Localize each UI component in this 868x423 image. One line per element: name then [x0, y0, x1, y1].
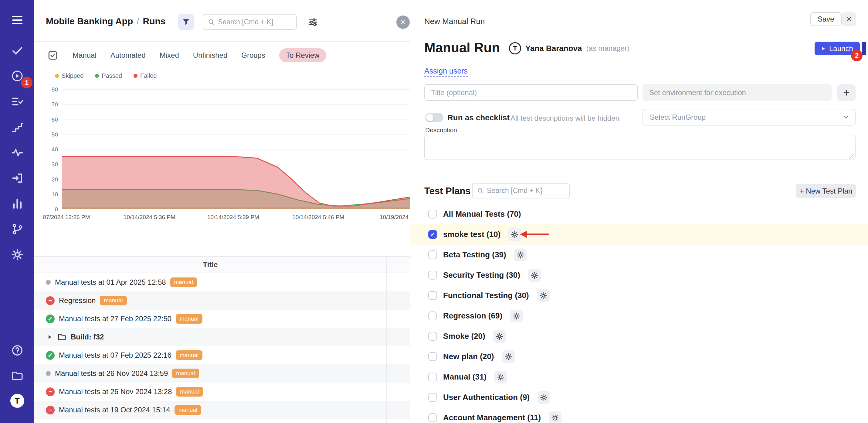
plan-checkbox[interactable] — [428, 291, 437, 300]
tab-manual[interactable]: Manual — [72, 51, 96, 60]
test-runs-list-icon[interactable] — [10, 94, 25, 109]
gear-icon — [517, 251, 524, 259]
plan-label: Security Testing (30) — [443, 271, 520, 280]
test-plan-row[interactable]: Security Testing (30) — [410, 265, 868, 285]
reports-chart-icon[interactable] — [10, 196, 25, 211]
runs-search-input[interactable] — [218, 18, 292, 26]
gear-icon — [497, 373, 505, 381]
expand-caret-icon[interactable] — [46, 333, 53, 341]
runs-area-chart: 0102030405060708007/2024 12:26 PM10/14/2… — [34, 84, 410, 224]
launch-more-button[interactable] — [862, 41, 866, 55]
plan-checkbox[interactable] — [428, 271, 437, 280]
run-type-badge: manual — [176, 387, 203, 397]
plan-checkbox[interactable] — [428, 250, 437, 259]
run-row[interactable]: Manual tests at 26 Nov 2024 13:28 manual — [34, 383, 410, 401]
tab-to-review[interactable]: To Review — [279, 48, 326, 62]
run-row[interactable]: Manual tests at 01 Apr 2025 12:58 manual — [34, 273, 410, 291]
git-branch-icon[interactable] — [10, 222, 25, 236]
test-plan-row[interactable]: Functional Testing (30) — [410, 285, 868, 306]
run-row[interactable]: Manual tests at 27 Feb 2025 22:50 manual — [34, 310, 410, 328]
rungroup-select[interactable]: Select RunGroup — [643, 109, 856, 125]
test-plan-row[interactable]: All Manual Tests (70) — [410, 204, 868, 224]
assign-users-link[interactable]: Assign users — [424, 66, 468, 77]
run-row[interactable]: Manual tests at 07 Feb 2025 22:16 manual — [34, 346, 410, 364]
pulse-activity-icon[interactable] — [10, 145, 25, 160]
test-plan-row[interactable]: New plan (20) — [410, 346, 868, 367]
plan-settings-button[interactable] — [537, 289, 550, 302]
test-plan-row[interactable]: smoke test (10) — [410, 224, 868, 245]
checklist-hint: All test descriptions will be hidden — [510, 114, 619, 122]
help-icon[interactable] — [10, 343, 25, 358]
plan-settings-button[interactable] — [549, 412, 561, 423]
plan-checkbox[interactable] — [428, 413, 437, 422]
plan-checkbox[interactable] — [428, 393, 437, 402]
plan-label: Manual (31) — [443, 372, 487, 382]
run-as-checklist-toggle[interactable] — [425, 113, 443, 122]
runs-search[interactable] — [203, 14, 297, 30]
build-group-row[interactable]: Build: f32 — [34, 328, 410, 346]
plan-checkbox[interactable] — [428, 352, 437, 361]
app-logo[interactable]: T — [10, 394, 24, 408]
plan-checkbox[interactable] — [428, 372, 437, 382]
run-title: Manual tests at 26 Nov 2024 13:59 — [55, 369, 168, 378]
plan-settings-button[interactable] — [514, 249, 527, 261]
new-test-plan-button[interactable]: + New Test Plan — [796, 184, 856, 198]
runs-panel-close-button[interactable] — [396, 16, 410, 29]
test-plans-search[interactable] — [472, 183, 570, 198]
plan-checkbox[interactable] — [428, 230, 437, 239]
plan-settings-button[interactable] — [510, 310, 523, 322]
description-textarea[interactable] — [424, 135, 856, 160]
checklist-label: Run as checklist — [447, 113, 509, 122]
analytics-steps-icon[interactable] — [10, 120, 25, 134]
plan-checkbox[interactable] — [428, 210, 437, 219]
plan-settings-button[interactable] — [537, 391, 550, 404]
settings-gear-icon[interactable] — [10, 247, 25, 262]
documents-folder-icon[interactable] — [10, 369, 25, 383]
run-type-badge: manual — [172, 369, 199, 378]
annotation-marker-2: 2 — [851, 50, 863, 61]
plan-label: Functional Testing (30) — [443, 291, 529, 300]
plan-settings-button[interactable] — [494, 371, 507, 384]
run-row[interactable]: Manual tests at 19 Oct 2024 15:14 manual — [34, 401, 410, 419]
filter-button[interactable] — [178, 14, 194, 30]
plan-settings-button[interactable] — [502, 350, 515, 363]
run-title-input[interactable] — [424, 84, 638, 101]
panel-close-button[interactable] — [842, 12, 856, 26]
runs-table: Title Manual tests at 01 Apr 2025 12:58 … — [34, 256, 410, 423]
tab-mixed[interactable]: Mixed — [160, 51, 179, 60]
test-plan-row[interactable]: Regression (69) — [410, 306, 868, 326]
sign-in-icon[interactable] — [10, 171, 25, 186]
svg-text:10: 10 — [52, 191, 58, 198]
test-plan-row[interactable]: Beta Testing (39) — [410, 245, 868, 265]
plan-checkbox[interactable] — [428, 311, 437, 320]
legend-passed: Passed — [95, 72, 122, 79]
menu-icon[interactable] — [10, 13, 25, 27]
gear-icon — [551, 414, 559, 422]
run-row[interactable]: Manual tests at 26 Nov 2024 13:59 manual — [34, 364, 410, 383]
breadcrumb-project[interactable]: Mobile Banking App — [46, 16, 133, 26]
test-plans-search-input[interactable] — [487, 187, 565, 195]
breadcrumb[interactable]: Mobile Banking App/Runs — [46, 16, 166, 26]
test-plan-row[interactable]: Account Management (11) — [410, 407, 868, 423]
test-plan-row[interactable]: User Authentication (9) — [410, 387, 868, 407]
run-type-badge: manual — [175, 405, 201, 415]
run-type-badge: manual — [170, 277, 197, 287]
test-plan-row[interactable]: Smoke (20) — [410, 326, 868, 346]
test-plan-row[interactable]: Manual (31) — [410, 367, 868, 387]
add-environment-button[interactable] — [837, 84, 856, 101]
view-settings-button[interactable] — [307, 17, 319, 29]
environment-input[interactable] — [643, 84, 832, 101]
plan-settings-button[interactable] — [493, 330, 506, 343]
tab-automated[interactable]: Automated — [111, 51, 146, 60]
checks-icon[interactable] — [10, 43, 25, 58]
svg-text:70: 70 — [52, 101, 58, 108]
manager-role-note: (as manager) — [586, 44, 629, 53]
select-all-icon[interactable] — [47, 50, 59, 61]
plan-checkbox[interactable] — [428, 332, 437, 341]
tab-unfinished[interactable]: Unfinished — [193, 51, 227, 60]
run-row[interactable]: Regression manual — [34, 291, 410, 310]
legend-dot-failed — [133, 74, 137, 78]
save-button[interactable]: Save — [810, 12, 842, 26]
plan-settings-button[interactable] — [528, 269, 541, 282]
tab-groups[interactable]: Groups — [241, 51, 265, 60]
